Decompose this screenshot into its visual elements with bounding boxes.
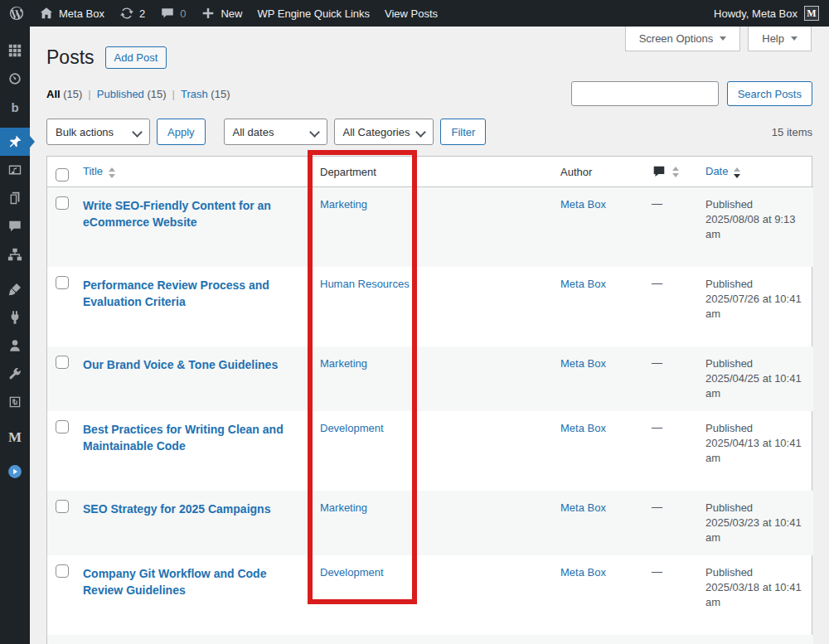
sidebar-item-comments[interactable] bbox=[0, 212, 30, 240]
b-letter-icon: b bbox=[11, 101, 18, 114]
sidebar-item-sitemap[interactable] bbox=[0, 240, 30, 269]
comments-value: — bbox=[652, 421, 662, 433]
table-row: Best Practices for Writing Clean and Mai… bbox=[47, 411, 813, 491]
post-status: Published bbox=[705, 565, 805, 580]
view-count: (15) bbox=[208, 88, 230, 100]
play-icon bbox=[7, 464, 22, 479]
update-icon bbox=[119, 6, 134, 21]
view-posts-link[interactable]: View Posts bbox=[377, 0, 445, 27]
table-row: Performance Review Process and Evaluatio… bbox=[47, 267, 813, 346]
author-link[interactable]: Meta Box bbox=[560, 566, 606, 579]
post-title-link[interactable]: SEO Strategy for 2025 Campaigns bbox=[83, 501, 270, 517]
sidebar-item-settings[interactable] bbox=[0, 388, 30, 416]
howdy-text[interactable]: Howdy, Meta Box bbox=[714, 7, 797, 20]
wrench-icon bbox=[7, 366, 22, 381]
help-button[interactable]: Help bbox=[748, 27, 812, 51]
comments-value: — bbox=[652, 277, 662, 289]
post-title-link[interactable]: Best Practices for Writing Clean and Mai… bbox=[83, 421, 303, 454]
row-checkbox[interactable] bbox=[56, 196, 69, 210]
table-row: Our Brand Voice & Tone Guidelines Market… bbox=[47, 346, 813, 411]
all-dates-label: All dates bbox=[233, 126, 274, 138]
post-date: 2025/07/26 at 10:41 am bbox=[705, 292, 805, 322]
comments-value: — bbox=[652, 356, 662, 369]
site-name: Meta Box bbox=[59, 7, 104, 20]
chevron-down-icon bbox=[791, 36, 797, 41]
sidebar-item-b-plugin[interactable]: b bbox=[0, 93, 30, 121]
comments-icon bbox=[7, 219, 22, 234]
all-categories-label: All Categories bbox=[343, 126, 410, 138]
department-link[interactable]: Marketing bbox=[320, 198, 367, 211]
sidebar-item-users[interactable] bbox=[0, 332, 30, 360]
avatar[interactable]: M bbox=[804, 6, 819, 21]
view-filter-all[interactable]: All bbox=[46, 88, 61, 100]
author-link[interactable]: Meta Box bbox=[560, 501, 606, 514]
categories-filter-select[interactable]: All Categories bbox=[334, 119, 434, 145]
add-post-button[interactable]: Add Post bbox=[105, 46, 167, 69]
m-letter-icon: M bbox=[8, 430, 22, 444]
search-input[interactable] bbox=[571, 81, 719, 106]
view-filter-published[interactable]: Published bbox=[97, 88, 144, 100]
new-item[interactable]: New bbox=[193, 0, 250, 27]
sort-icon bbox=[672, 167, 679, 177]
post-title-link[interactable]: Performance Review Process and Evaluatio… bbox=[83, 277, 303, 310]
row-checkbox[interactable] bbox=[56, 276, 69, 289]
filter-button[interactable]: Filter bbox=[440, 119, 486, 145]
bulk-actions-select[interactable]: Bulk actions bbox=[46, 119, 150, 145]
view-filter-trash[interactable]: Trash bbox=[181, 88, 208, 100]
media-icon bbox=[7, 162, 22, 177]
pin-icon bbox=[7, 134, 22, 149]
post-title-link[interactable]: Write SEO-Friendly Content for an eComme… bbox=[83, 197, 303, 230]
department-link[interactable]: Marketing bbox=[320, 501, 367, 514]
department-link[interactable]: Development bbox=[320, 566, 384, 579]
apply-button[interactable]: Apply bbox=[157, 119, 206, 145]
comments-item[interactable]: 0 bbox=[153, 0, 193, 27]
items-count: 15 items bbox=[772, 126, 812, 138]
sidebar-item-pages[interactable] bbox=[0, 184, 30, 212]
table-row-partial bbox=[47, 635, 813, 644]
chevron-down-icon bbox=[720, 36, 726, 41]
post-date: 2025/04/13 at 10:41 am bbox=[705, 436, 805, 466]
wordpress-menu-item[interactable] bbox=[0, 0, 32, 27]
posts-table: Title Department Author Date bbox=[46, 156, 812, 644]
sidebar-item-appearance[interactable] bbox=[0, 275, 30, 303]
sidebar-item-dashboard[interactable] bbox=[0, 65, 30, 93]
comment-header-icon bbox=[652, 164, 667, 179]
column-header-title[interactable]: Title bbox=[75, 157, 312, 187]
department-link[interactable]: Development bbox=[320, 422, 384, 434]
row-checkbox[interactable] bbox=[56, 356, 69, 369]
sidebar-item-media-play[interactable] bbox=[0, 458, 30, 486]
column-header-comments[interactable] bbox=[643, 157, 697, 187]
updates-item[interactable]: 2 bbox=[112, 0, 153, 27]
sidebar-item-grid[interactable] bbox=[0, 36, 30, 65]
row-checkbox[interactable] bbox=[56, 564, 69, 578]
screen-options-button[interactable]: Screen Options bbox=[625, 27, 741, 51]
page-title: Posts bbox=[46, 46, 95, 70]
row-checkbox[interactable] bbox=[56, 420, 69, 433]
dates-filter-select[interactable]: All dates bbox=[224, 119, 327, 145]
sort-icon bbox=[109, 167, 115, 178]
sidebar-item-media[interactable] bbox=[0, 156, 30, 184]
author-link[interactable]: Meta Box bbox=[560, 198, 606, 211]
column-header-date[interactable]: Date bbox=[697, 157, 813, 187]
sliders-icon bbox=[7, 395, 22, 409]
wp-engine-quick-links[interactable]: WP Engine Quick Links bbox=[250, 0, 377, 27]
sidebar-item-plugins[interactable] bbox=[0, 303, 30, 332]
new-label: New bbox=[221, 7, 242, 20]
department-link[interactable]: Marketing bbox=[320, 357, 367, 370]
sidebar-item-tools[interactable] bbox=[0, 360, 30, 388]
post-title-link[interactable]: Our Brand Voice & Tone Guidelines bbox=[83, 356, 278, 373]
site-name-item[interactable]: Meta Box bbox=[32, 0, 112, 27]
select-all-checkbox[interactable] bbox=[56, 168, 69, 182]
post-title-link[interactable]: Company Git Workflow and Code Review Gui… bbox=[83, 565, 303, 598]
row-checkbox[interactable] bbox=[56, 500, 69, 513]
view-count: (15) bbox=[144, 88, 167, 100]
view-count: (15) bbox=[61, 88, 83, 100]
department-link[interactable]: Human Resources bbox=[320, 278, 410, 290]
sidebar-item-posts[interactable] bbox=[0, 128, 30, 156]
plug-icon bbox=[7, 310, 22, 325]
search-posts-button[interactable]: Search Posts bbox=[727, 81, 812, 106]
author-link[interactable]: Meta Box bbox=[560, 357, 606, 370]
author-link[interactable]: Meta Box bbox=[560, 278, 606, 290]
sidebar-item-meta-box[interactable]: M bbox=[0, 423, 30, 451]
author-link[interactable]: Meta Box bbox=[560, 422, 606, 434]
